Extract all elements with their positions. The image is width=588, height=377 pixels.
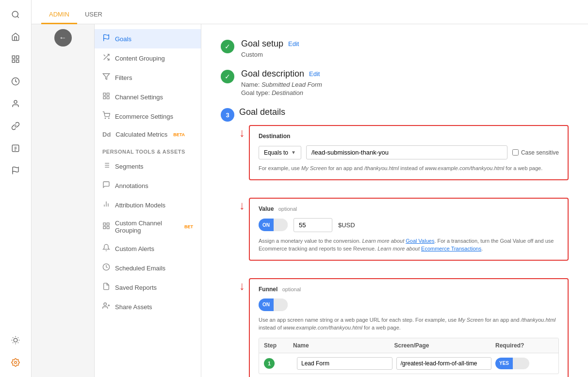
clock-icon[interactable] xyxy=(6,72,25,91)
sidebar-item-filters[interactable]: Filters xyxy=(95,68,201,87)
destination-arrow-icon: ↓ xyxy=(239,127,245,139)
svg-rect-30 xyxy=(103,96,106,99)
value-amount-input[interactable] xyxy=(294,218,332,232)
svg-rect-28 xyxy=(103,93,106,95)
goal-setup-title: Goal setup xyxy=(241,39,283,49)
destination-box-title: Destination xyxy=(259,133,559,140)
annotations-icon xyxy=(102,181,110,190)
tab-user[interactable]: USER xyxy=(77,6,110,24)
no-part xyxy=(513,358,529,369)
calculated-metrics-label: Calculated Metrics xyxy=(115,131,167,138)
equals-to-label: Equals to xyxy=(264,149,288,156)
funnel-box-wrapper: Funnel optional ON Use an app screen xyxy=(249,278,569,377)
col-required: Required? xyxy=(495,342,554,349)
sidebar-item-custom-alerts[interactable]: Custom Alerts xyxy=(95,239,201,258)
ecommerce-transactions-link[interactable]: Ecommerce Transactions xyxy=(421,246,481,251)
case-sensitive-label: Case sensitive xyxy=(512,149,559,156)
sidebar-item-goals[interactable]: Goals xyxy=(95,29,201,48)
case-sensitive-text: Case sensitive xyxy=(521,149,559,156)
sidebar-item-annotations[interactable]: Annotations xyxy=(95,176,201,195)
icon-bar xyxy=(0,0,32,377)
annotations-label: Annotations xyxy=(115,182,148,189)
svg-rect-5 xyxy=(16,60,19,63)
sidebar-item-scheduled-emails[interactable]: Scheduled Emails xyxy=(95,258,201,278)
sidebar-item-share-assets[interactable]: Share Assets xyxy=(95,297,201,316)
beta-badge: BETA xyxy=(173,132,185,137)
goal-details-wrapper: 3 Goal details ↓ Destination Equals to xyxy=(221,107,569,377)
dashboard-icon[interactable] xyxy=(6,49,25,69)
flag-icon[interactable] xyxy=(6,161,25,180)
sidebar-item-content-grouping[interactable]: Content Grouping xyxy=(95,48,201,68)
sidebar-item-calculated-metrics[interactable]: Dd Calculated Metrics BETA xyxy=(95,126,201,143)
content-grouping-icon xyxy=(102,53,110,63)
toggle-on-label: ON xyxy=(259,219,274,231)
goal-description-edit-link[interactable]: Edit xyxy=(309,70,320,78)
sidebar-item-attribution-models[interactable]: Attribution Models xyxy=(95,195,201,215)
svg-point-22 xyxy=(15,361,17,364)
nav-panel: Goals Content Grouping Filters xyxy=(95,24,201,377)
destination-row: Equals to ▼ Case sensitive xyxy=(259,145,559,159)
bulb-icon[interactable] xyxy=(6,330,25,350)
equals-to-select[interactable]: Equals to ▼ xyxy=(259,146,301,159)
value-title-text: Value xyxy=(259,205,274,212)
attribution-models-label: Attribution Models xyxy=(115,202,165,209)
funnel-toggle-row: ON xyxy=(259,298,559,311)
goal-setup-edit-link[interactable]: Edit xyxy=(288,40,299,47)
svg-rect-43 xyxy=(103,223,106,225)
person-icon[interactable] xyxy=(6,94,25,113)
svg-line-16 xyxy=(13,337,13,338)
content-grouping-label: Content Grouping xyxy=(115,55,165,62)
yes-part-label: YES xyxy=(495,358,513,369)
funnel-arrow-icon: ↓ xyxy=(239,280,245,292)
search-icon[interactable] xyxy=(6,5,25,24)
value-box-title: Value optional xyxy=(259,205,559,212)
value-optional-label: optional xyxy=(278,206,297,212)
back-button[interactable]: ← xyxy=(54,29,72,47)
svg-rect-31 xyxy=(107,96,109,99)
case-sensitive-checkbox[interactable] xyxy=(512,149,519,156)
sidebar-item-ecommerce-settings[interactable]: Ecommerce Settings xyxy=(95,107,201,126)
funnel-arrow-col: ↓ xyxy=(239,278,245,292)
segments-label: Segments xyxy=(115,163,144,170)
ecommerce-settings-icon xyxy=(102,111,110,121)
destination-input[interactable] xyxy=(306,145,507,159)
goal-setup-check-icon: ✓ xyxy=(221,40,234,53)
funnel-help-text: Use an app screen name string or a web p… xyxy=(259,316,559,332)
goals-label: Goals xyxy=(115,35,131,43)
home-icon[interactable] xyxy=(6,27,25,47)
channel-settings-icon xyxy=(102,92,110,102)
type-label: Goal type: xyxy=(241,89,270,96)
toggle-off-part xyxy=(274,219,288,231)
sidebar-item-segments[interactable]: Segments xyxy=(95,157,201,176)
svg-rect-3 xyxy=(16,56,19,58)
svg-rect-29 xyxy=(107,93,109,95)
sidebar-item-saved-reports[interactable]: Saved Reports xyxy=(95,278,201,297)
funnel-name-input[interactable] xyxy=(297,357,392,370)
name-label: Name: xyxy=(241,81,260,88)
value-box-wrapper: Value optional ON $USD xyxy=(249,198,569,270)
step-number-badge: 1 xyxy=(264,358,275,369)
svg-rect-4 xyxy=(12,60,15,63)
tab-admin[interactable]: ADMIN xyxy=(41,6,77,24)
svg-line-20 xyxy=(13,343,13,343)
report-icon[interactable] xyxy=(6,139,25,158)
svg-point-33 xyxy=(109,118,109,118)
destination-arrow-col: ↓ xyxy=(239,125,245,139)
svg-line-21 xyxy=(18,337,18,338)
value-toggle[interactable]: ON xyxy=(259,219,288,231)
goal-values-link[interactable]: Goal Values xyxy=(406,238,434,244)
settings-icon[interactable] xyxy=(6,353,25,372)
value-arrow-col: ↓ xyxy=(239,198,245,211)
link-icon[interactable] xyxy=(6,116,25,136)
custom-channel-grouping-icon xyxy=(102,222,110,232)
sidebar-item-channel-settings[interactable]: Channel Settings xyxy=(95,87,201,107)
custom-alerts-label: Custom Alerts xyxy=(115,245,154,252)
required-toggle[interactable]: YES xyxy=(495,358,529,369)
funnel-box-title: Funnel optional xyxy=(259,286,559,293)
funnel-screen-page-input[interactable] xyxy=(396,357,492,370)
funnel-toggle[interactable]: ON xyxy=(259,298,288,311)
col-step: Step xyxy=(264,342,293,349)
custom-channel-grouping-label: Custom Channel Grouping xyxy=(115,220,179,234)
goal-setup-subtext: Custom xyxy=(241,51,299,58)
sidebar-item-custom-channel-grouping[interactable]: Custom Channel Grouping BET xyxy=(95,215,201,239)
